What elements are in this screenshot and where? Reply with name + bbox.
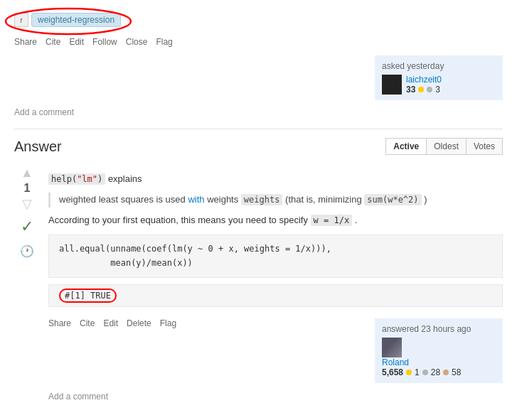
answerer-bronze-badge-icon	[443, 370, 449, 375]
help-lm-code: help("lm")	[48, 173, 105, 185]
add-comment-question[interactable]: Add a comment	[14, 107, 503, 117]
answer-body: help("lm") explains weighted least squar…	[48, 166, 503, 402]
answer-action-links: Share Cite Edit Delete Flag	[48, 318, 176, 328]
blockquote-mid-text: weights	[207, 194, 241, 205]
answer-para2: According to your first equation, this m…	[48, 213, 503, 228]
code-result: #[1] TRUE	[48, 284, 503, 307]
answer-share-link[interactable]: Share	[48, 318, 71, 328]
flag-link[interactable]: Flag	[156, 37, 172, 47]
svg-rect-1	[382, 75, 402, 95]
question-username[interactable]: laichzeit0	[406, 75, 442, 85]
close-link[interactable]: Close	[126, 37, 148, 47]
blockquote-end-text: )	[424, 194, 427, 205]
question-user-card: asked yesterday laichzeit0 33 3	[375, 55, 503, 100]
answerer-silver-count: 28	[431, 367, 440, 377]
tab-votes[interactable]: Votes	[467, 139, 502, 154]
answer-flag-link[interactable]: Flag	[160, 318, 176, 328]
answer-section: Answer Active Oldest Votes ▲ 1 ▽ ✓ 🕐 hel…	[14, 129, 503, 402]
answerer-gold-badge-icon	[406, 370, 412, 375]
weighted-regression-tag[interactable]: weighted-regression	[31, 13, 121, 27]
answer-header: Answer Active Oldest Votes	[14, 138, 503, 155]
asked-text: asked yesterday	[382, 61, 496, 71]
answerer-silver-badge-icon	[422, 370, 428, 375]
vote-section: ▲ 1 ▽ ✓ 🕐	[14, 166, 40, 402]
silver-badge-count: 3	[435, 85, 440, 95]
sum-code: sum(w*e^2)	[364, 194, 421, 205]
question-user-rep: 33 3	[406, 85, 442, 95]
follow-link[interactable]: Follow	[92, 37, 117, 47]
explains-text: explains	[108, 173, 142, 184]
add-comment-answer[interactable]: Add a comment	[48, 392, 503, 402]
vote-up-button[interactable]: ▲	[21, 166, 33, 179]
answer-footer: Share Cite Edit Delete Flag answered 23 …	[48, 318, 503, 383]
answered-text: answered 23 hours ago	[382, 324, 496, 334]
silver-badge-icon	[427, 87, 432, 92]
vote-down-button[interactable]: ▽	[22, 198, 32, 210]
w-1x-code: w = 1/x	[311, 215, 353, 226]
vote-count: 1	[24, 182, 31, 195]
answer-edit-link[interactable]: Edit	[103, 318, 118, 328]
code-block: all.equal(unname(coef(lm(y ~ 0 + x, weig…	[48, 235, 503, 277]
para2-pre-text: According to your first equation, this m…	[48, 215, 311, 225]
result-circle: #[1] TRUE	[59, 289, 117, 303]
weights-code: weights	[241, 194, 283, 205]
answer-cite-link[interactable]: Cite	[80, 318, 95, 328]
gold-badge-icon	[418, 87, 424, 92]
answerer-card: answered 23 hours ago Roland 5,658 1	[375, 318, 503, 383]
share-link[interactable]: Share	[14, 37, 37, 47]
cite-link[interactable]: Cite	[46, 37, 60, 47]
answerer-bronze-count: 58	[452, 367, 461, 377]
edit-link[interactable]: Edit	[69, 37, 84, 47]
answerer-rep: 5,658 1 28 58	[382, 367, 496, 377]
question-user-avatar	[382, 75, 402, 95]
answerer-username[interactable]: Roland	[382, 357, 496, 367]
r-tag-letter[interactable]: r	[14, 13, 28, 27]
blockquote-with-text: with	[188, 194, 204, 205]
answer-blockquote: weighted least squares is used with weig…	[48, 193, 503, 208]
answerer-gold-count: 1	[415, 367, 420, 377]
blockquote-pre-text: weighted least squares is used	[59, 194, 188, 205]
para2-post-text: .	[355, 215, 358, 225]
answer-content: ▲ 1 ▽ ✓ 🕐 help("lm") explains weighted l…	[14, 166, 503, 402]
blockquote-mid2-text: (that is, minimizing	[285, 194, 364, 205]
question-action-links: Share Cite Edit Follow Close Flag	[14, 37, 503, 47]
answer-title: Answer	[14, 139, 62, 155]
bookmark-icon: 🕐	[20, 244, 34, 258]
tab-oldest[interactable]: Oldest	[427, 139, 467, 154]
answer-para1: help("lm") explains	[48, 172, 503, 187]
answer-delete-link[interactable]: Delete	[127, 318, 151, 328]
sort-tabs: Active Oldest Votes	[385, 138, 503, 155]
tab-active[interactable]: Active	[386, 139, 427, 154]
answerer-avatar	[382, 338, 402, 357]
answerer-rep-score: 5,658	[382, 367, 403, 377]
accepted-checkmark-icon: ✓	[21, 217, 33, 236]
